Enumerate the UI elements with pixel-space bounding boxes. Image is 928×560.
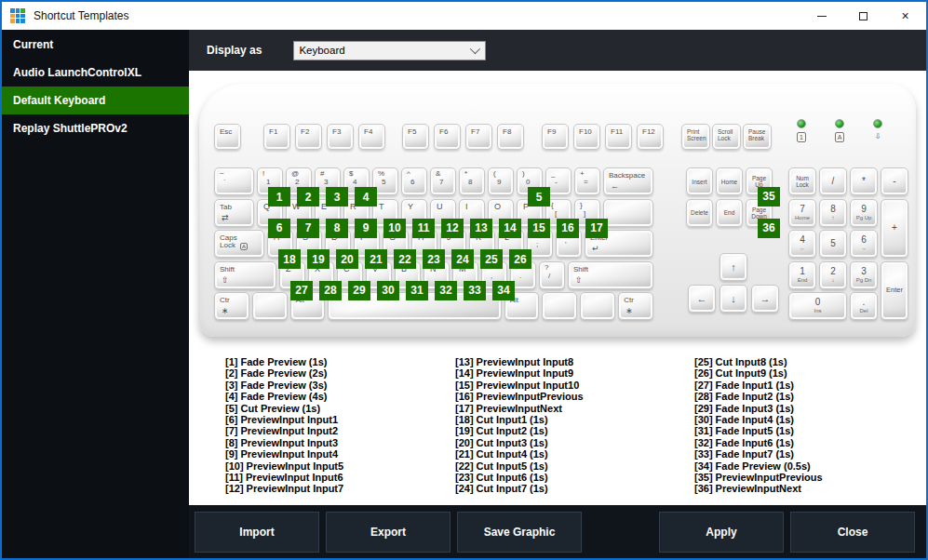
minimize-button[interactable]	[800, 2, 842, 30]
system-keys-group: Print ScreenScroll LockPause Break	[681, 124, 772, 150]
app-icon-cell	[10, 14, 15, 19]
app-icon	[10, 8, 25, 23]
arrow-key-cluster: ↑←↓→	[688, 253, 779, 313]
shortcut-badge-31: 31	[406, 281, 428, 300]
shortcut-badge-29: 29	[348, 281, 370, 300]
shortcut-badge-14: 14	[499, 219, 521, 238]
key-home: Home	[716, 167, 743, 195]
app-icon-cell	[10, 19, 15, 23]
sidebar-item-current[interactable]: Current	[2, 31, 189, 59]
key-blank: ~`	[214, 167, 254, 195]
apply-button[interactable]: Apply	[659, 512, 784, 553]
numpad-key-blank: +	[881, 199, 908, 259]
numpad-cluster: Num Lock/*-7Home8↑9Pg Up+4←56→1End2↓3Pg …	[788, 167, 908, 320]
shortcut-badge-3: 3	[326, 187, 348, 207]
numpad-key-1: 1End	[788, 261, 816, 289]
template-sidebar: CurrentAudio LaunchControlXLDefault Keyb…	[2, 30, 189, 558]
minimize-icon	[817, 16, 827, 17]
key-f11: F11	[605, 124, 632, 150]
app-icon-cell	[10, 8, 15, 13]
shortcut-badge-32: 32	[435, 281, 457, 300]
key-f7: F7	[465, 124, 492, 150]
shortcut-entry: [23] Cut Input6 (1s)	[455, 472, 584, 483]
shortcut-badge-6: 6	[268, 219, 290, 238]
sidebar-item-audio-launchcontrolxl[interactable]: Audio LaunchControlXL	[2, 59, 189, 87]
function-key-group-2: F5F6F7F8	[402, 124, 524, 150]
key-arrow-up: ↑	[720, 253, 747, 281]
shortcut-badge-8: 8	[326, 219, 348, 238]
shortcut-badge-24: 24	[451, 249, 474, 269]
header-strip: Display as Keyboard	[189, 30, 926, 71]
function-key-group-3: F9F10F11F12	[542, 124, 664, 150]
shortcut-entry: [22] Cut Input5 (1s)	[455, 460, 584, 472]
key-0: )05	[517, 167, 543, 195]
shortcut-badge-34: 34	[492, 281, 515, 300]
app-icon-cell	[20, 14, 25, 19]
shortcut-badge-18: 18	[278, 249, 301, 269]
shortcut-badge-7: 7	[297, 219, 319, 238]
key-blank	[580, 292, 615, 320]
shortcut-entry: [1] Fade Preview (1s)	[225, 356, 343, 367]
shortcut-entry: [14] PreviewInput Input9	[455, 367, 584, 379]
maximize-icon	[859, 12, 867, 20]
numpad-key-blank: .Del	[850, 292, 878, 320]
key-f5: F5	[402, 124, 429, 150]
led-symbol: ⇩	[875, 132, 881, 140]
app-icon-cell	[16, 19, 20, 23]
sidebar-item-default-keyboard[interactable]: Default Keyboard	[2, 87, 189, 114]
shortcut-badge-30: 30	[377, 281, 399, 300]
display-as-dropdown[interactable]: Keyboard	[293, 41, 486, 60]
shortcut-entry: [31] Fade Input5 (1s)	[694, 425, 823, 436]
shortcut-entry: [24] Cut Input7 (1s)	[455, 483, 584, 494]
shortcut-entry: [19] Cut Input2 (1s)	[455, 425, 584, 436]
key-1: !11	[257, 167, 283, 195]
shortcut-badge-1: 1	[268, 187, 290, 207]
shortcut-badge-23: 23	[423, 249, 445, 269]
app-icon-cell	[16, 8, 20, 13]
key-pause-break: Pause Break	[743, 124, 772, 150]
import-button[interactable]: Import	[195, 512, 319, 553]
key-arrow-left: ←	[688, 285, 716, 313]
sidebar-item-replay-shuttleprov2[interactable]: Replay ShuttlePROv2	[2, 114, 189, 142]
key-8: *8	[459, 167, 485, 195]
key-scroll-lock: Scroll Lock	[712, 124, 741, 150]
key-tab: Tab⇄	[214, 199, 254, 227]
save-graphic-button[interactable]: Save Graphic	[457, 512, 582, 553]
key-arrow-down: ↓	[720, 285, 747, 313]
led-dot-icon	[873, 119, 882, 128]
display-as-label: Display as	[207, 44, 262, 57]
key-6: ^6	[401, 167, 427, 195]
shortcut-badge-4: 4	[355, 187, 377, 207]
key-f12: F12	[637, 124, 664, 150]
shortcut-entry: [5] Cut Preview (1s)	[225, 403, 343, 414]
close-button[interactable]: Close	[790, 512, 915, 553]
led-symbol: A	[835, 132, 845, 142]
key-delete: Delete	[686, 199, 713, 227]
nav-key-cluster: InsertHomePage Up35DeleteEndPage Down36	[686, 167, 773, 227]
shortcut-entry: [33] Fade Input7 (1s)	[694, 448, 823, 460]
shortcut-entry: [21] Cut Input4 (1s)	[455, 448, 584, 460]
key-f1: F1	[263, 124, 290, 150]
key-esc: Esc	[214, 124, 241, 150]
key-backspace: Backspace←	[603, 167, 653, 195]
keyboard-led: A	[835, 119, 845, 142]
key-f2: F2	[295, 124, 322, 150]
app-icon-cell	[20, 19, 25, 23]
shortcut-badge-28: 28	[319, 281, 342, 300]
export-button[interactable]: Export	[326, 512, 451, 553]
shortcut-entry: [11] PreviewInput Input6	[225, 472, 343, 483]
shortcut-entry: [10] PreviewInput Input5	[225, 460, 343, 472]
numpad-key-blank: -	[881, 167, 908, 195]
numpad-key-2: 2↓	[819, 261, 847, 289]
shortcut-entry: [2] Fade Preview (2s)	[225, 367, 343, 379]
shortcut-badge-33: 33	[464, 281, 486, 300]
shortcut-entry: [28] Fade Input2 (1s)	[694, 391, 823, 402]
maximize-button[interactable]	[842, 2, 884, 30]
numpad-key-3: 3Pg Dn	[850, 261, 878, 289]
key-9: (9	[488, 167, 514, 195]
close-button[interactable]: ×	[884, 2, 926, 30]
shortcut-entry: [30] Fade Input4 (1s)	[694, 414, 823, 425]
shortcut-badge-21: 21	[365, 249, 387, 269]
window-controls: ×	[800, 2, 926, 30]
key-blank	[603, 199, 653, 227]
